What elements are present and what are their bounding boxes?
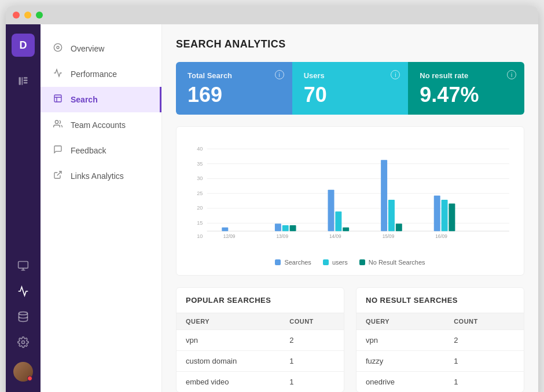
svg-line-16 (57, 171, 61, 175)
legend-no-result-dot (359, 259, 365, 265)
svg-rect-44 (388, 200, 395, 231)
feedback-icon (52, 145, 64, 156)
nav-sidebar: Overview Performance Search Team Account… (41, 24, 162, 392)
svg-point-8 (19, 312, 28, 315)
stat-label-users: Users (304, 71, 397, 80)
nav-item-feedback[interactable]: Feedback (41, 138, 161, 163)
no-result-count-2: 1 (444, 351, 524, 372)
no-result-searches-title: NO RESULT SEARCHES (356, 288, 524, 313)
stat-info-total[interactable]: i (275, 70, 284, 79)
titlebar (6, 6, 538, 24)
stat-value-no-result: 9.47% (420, 85, 513, 105)
table-row: fuzzy 1 (356, 351, 524, 372)
overview-icon (52, 43, 64, 54)
nav-item-team-accounts[interactable]: Team Accounts (41, 112, 161, 138)
avatar[interactable] (13, 362, 33, 382)
no-result-query-1: vpn (356, 330, 444, 351)
svg-rect-47 (434, 196, 440, 231)
popular-query-3: embed video (177, 372, 280, 393)
no-result-searches-data: QUERY COUNT vpn 2 fuzzy 1 (356, 313, 524, 392)
svg-rect-4 (24, 82, 28, 84)
links-icon (52, 170, 64, 182)
legend-searches-dot (275, 259, 281, 265)
main-content: SEARCH ANALYTICS Total Search 169 i User… (162, 24, 538, 392)
popular-searches-title: POPULAR SEARCHES (177, 288, 344, 313)
stat-card-no-result: No result rate 9.47% i (408, 62, 524, 115)
table-row: vpn 2 (177, 330, 344, 351)
stat-info-users[interactable]: i (391, 70, 400, 79)
table-row: embed video 1 (177, 372, 344, 393)
no-result-count-3: 1 (444, 372, 524, 393)
popular-query-1: vpn (177, 330, 280, 351)
svg-text:14/09: 14/09 (329, 234, 341, 239)
popular-query-header: QUERY (177, 313, 280, 330)
database-nav-icon[interactable] (6, 304, 41, 329)
no-result-query-header: QUERY (356, 313, 444, 330)
svg-rect-41 (343, 228, 349, 231)
bar-chart: 40 35 30 25 20 15 10 12/09 (186, 136, 514, 252)
library-nav-icon[interactable] (6, 68, 41, 94)
legend-users: users (323, 259, 348, 266)
popular-count-3: 1 (280, 372, 344, 393)
table-row: custom domain 1 (177, 351, 344, 372)
stat-value-users: 70 (304, 85, 397, 105)
popular-searches-data: QUERY COUNT vpn 2 custom domain 1 (177, 313, 344, 392)
svg-text:25: 25 (197, 190, 203, 196)
svg-text:20: 20 (197, 205, 203, 211)
svg-rect-35 (275, 224, 281, 231)
nav-item-overview[interactable]: Overview (41, 36, 161, 61)
svg-rect-0 (19, 77, 21, 85)
tables-row: POPULAR SEARCHES QUERY COUNT vpn 2 (176, 287, 524, 392)
legend-no-result: No Result Searches (359, 259, 425, 266)
nav-item-links-analytics[interactable]: Links Analytics (41, 163, 161, 189)
stat-card-users: Users 70 i (292, 62, 409, 115)
stats-row: Total Search 169 i Users 70 i No result … (176, 62, 524, 115)
legend-searches: Searches (275, 259, 311, 266)
svg-rect-48 (442, 200, 448, 231)
svg-point-10 (54, 43, 61, 51)
chart-nav-icon[interactable] (6, 279, 41, 304)
page-title: SEARCH ANALYTICS (176, 38, 524, 50)
logo[interactable]: D (12, 34, 35, 57)
no-result-query-2: fuzzy (356, 351, 444, 372)
table-row: vpn 2 (356, 330, 524, 351)
svg-rect-43 (381, 160, 387, 231)
legend-users-dot (323, 259, 329, 265)
popular-count-header: COUNT (280, 313, 344, 330)
svg-rect-37 (290, 225, 296, 231)
nav-item-search[interactable]: Search (41, 87, 161, 112)
stat-label-no-result: No result rate (420, 71, 513, 80)
close-button[interactable] (13, 12, 20, 19)
svg-rect-49 (449, 203, 455, 231)
app-body: D (6, 24, 538, 392)
monitor-nav-icon[interactable] (6, 253, 41, 279)
popular-count-1: 2 (280, 330, 344, 351)
svg-text:30: 30 (197, 175, 203, 181)
svg-rect-39 (328, 190, 335, 231)
svg-rect-36 (282, 225, 289, 231)
svg-text:40: 40 (197, 146, 203, 152)
svg-rect-31 (222, 228, 228, 231)
popular-count-2: 1 (280, 351, 344, 372)
performance-icon (52, 68, 64, 80)
svg-rect-5 (19, 262, 28, 269)
popular-query-2: custom domain (177, 351, 280, 372)
svg-rect-45 (396, 224, 402, 231)
minimize-button[interactable] (24, 12, 31, 19)
no-result-count-header: COUNT (444, 313, 524, 330)
maximize-button[interactable] (36, 12, 43, 19)
svg-text:16/09: 16/09 (435, 234, 447, 239)
svg-rect-3 (24, 80, 28, 82)
no-result-searches-table: NO RESULT SEARCHES QUERY COUNT vpn 2 (356, 287, 524, 392)
search-nav-icon (52, 94, 64, 105)
nav-item-performance[interactable]: Performance (41, 61, 161, 87)
chart-legend: Searches users No Result Searches (186, 259, 514, 266)
svg-point-11 (57, 46, 59, 49)
no-result-query-3: onedrive (356, 372, 444, 393)
stat-card-total-search: Total Search 169 i (176, 62, 292, 115)
settings-nav-icon[interactable] (6, 329, 41, 355)
team-icon (52, 119, 64, 131)
stat-info-no-result[interactable]: i (507, 70, 516, 79)
chart-container: 40 35 30 25 20 15 10 12/09 (176, 126, 524, 276)
svg-rect-12 (54, 95, 61, 102)
